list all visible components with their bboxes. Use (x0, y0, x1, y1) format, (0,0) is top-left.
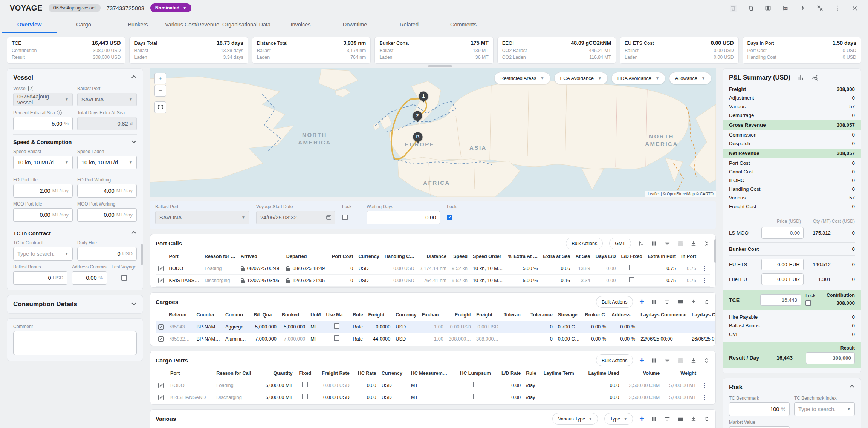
bulk-actions-button[interactable]: Bulk Actions (596, 296, 633, 308)
column-header[interactable]: Address… (609, 309, 638, 321)
status-badge[interactable]: Nominated▼ (150, 3, 192, 12)
column-header[interactable]: Type (180, 426, 242, 428)
column-header[interactable]: Status (663, 426, 699, 428)
checkbox[interactable] (334, 323, 339, 329)
filter-icon[interactable] (664, 416, 671, 422)
column-header[interactable] (699, 368, 710, 379)
column-header[interactable]: Counter… (194, 309, 223, 321)
mgo-port-working-input[interactable]: 0.00MT/day (77, 208, 137, 222)
route-map[interactable]: NORTH AMERICA EUROPE ASIA AFRICA NORTH A… (150, 68, 716, 197)
filter-icon[interactable] (664, 240, 671, 247)
kebab-icon[interactable] (701, 277, 708, 284)
columns-icon[interactable] (651, 357, 657, 364)
tab-cargo[interactable]: Cargo (57, 16, 111, 33)
open-in-new-icon[interactable]: ↗ (28, 86, 33, 91)
column-header[interactable]: Freight … (365, 309, 393, 321)
column-header[interactable]: Handling C… (382, 251, 417, 262)
column-header[interactable]: Currency (356, 251, 382, 262)
chevron-up-icon[interactable] (131, 75, 136, 80)
row-density-icon[interactable] (677, 240, 684, 247)
row-density-icon[interactable] (677, 299, 684, 305)
tab-overview[interactable]: Overview (2, 16, 57, 33)
table-row[interactable]: KRISTIANSANDDischarging5,000.00 MT0.0000… (156, 391, 710, 403)
lock-icon[interactable] (241, 268, 245, 271)
column-header[interactable]: Exchan… (419, 309, 446, 321)
timezone-button[interactable]: GMT (609, 238, 631, 249)
expand-table-icon[interactable] (703, 357, 710, 364)
column-header[interactable]: Quantity (493, 426, 526, 428)
chevron-down-icon[interactable] (131, 301, 136, 306)
map-marker-1[interactable]: 1 (419, 91, 428, 101)
waiting-days-input[interactable]: 0.00 (367, 211, 440, 224)
voyage-start-date-input[interactable]: 24/06/25 03:32 (256, 211, 335, 224)
eca-avoidance-pill[interactable]: ECA Avoidance▼ (554, 72, 608, 84)
column-header[interactable]: Rate (352, 426, 390, 428)
restricted-areas-pill[interactable]: Restricted Areas▼ (494, 72, 550, 84)
checkbox[interactable] (302, 394, 308, 399)
kebab-icon[interactable] (701, 265, 708, 272)
calendar-icon[interactable] (326, 215, 331, 220)
column-header[interactable]: Stowage (555, 309, 582, 321)
column-header[interactable]: Currency (422, 426, 457, 428)
kebab-icon[interactable] (701, 394, 708, 401)
column-header[interactable]: Laydays Cancelling (689, 309, 716, 321)
column-header[interactable]: Weight (662, 368, 699, 379)
tce-lock-checkbox[interactable] (805, 300, 811, 306)
map-marker-2[interactable]: 2 (413, 111, 422, 120)
kebab-icon[interactable] (701, 382, 708, 389)
column-header[interactable]: L/D Fixed (619, 251, 645, 262)
column-header[interactable] (156, 251, 167, 262)
column-header[interactable]: Reason for Call (214, 368, 259, 379)
column-header[interactable]: Referen… (166, 309, 194, 321)
column-header[interactable]: Amount (Voyage C… (526, 426, 597, 428)
tab-downtime[interactable]: Downtime (328, 16, 382, 33)
chart-analysis-icon[interactable] (811, 74, 818, 81)
edit-icon[interactable] (158, 336, 164, 342)
column-header[interactable]: B/L Qua… (251, 309, 279, 321)
add-row-icon[interactable]: + (639, 415, 644, 423)
market-value-input[interactable]: 0.00USD (729, 426, 790, 428)
column-header[interactable]: Port (167, 251, 202, 262)
vessel-select[interactable]: 0675d4ajoug-vessel▼ (13, 93, 73, 106)
expand-table-icon[interactable] (703, 299, 710, 305)
download-icon[interactable] (690, 240, 697, 247)
column-header[interactable]: Rule (350, 309, 365, 321)
chevron-down-icon[interactable] (131, 139, 136, 144)
allowance-pill[interactable]: Allowance▼ (669, 72, 711, 84)
fo-port-working-input[interactable]: 4.00MT/day (77, 184, 137, 198)
speed-ballast-select[interactable]: 10 kn, 10 MT/d▼ (13, 156, 73, 169)
tc-in-contract-select[interactable]: Type to search.▼ (13, 247, 73, 261)
edit-icon[interactable] (158, 383, 164, 388)
tc-benchmark-index-select[interactable]: Type to search.▼ (794, 402, 855, 416)
chevron-up-icon[interactable] (850, 385, 854, 390)
column-header[interactable]: HC Lumpsum (455, 368, 496, 379)
daily-hire-input[interactable]: 0USD (77, 247, 137, 261)
column-header[interactable]: Extra at Sea (540, 251, 573, 262)
vertical-scrollbar-thumb[interactable] (141, 244, 143, 265)
collapse-table-icon[interactable] (703, 240, 710, 247)
column-header[interactable]: Reason for … (202, 251, 238, 262)
filter-icon[interactable] (664, 357, 671, 364)
checkbox[interactable] (473, 382, 478, 387)
speed-laden-select[interactable]: 10 kn, 10 MT/d▼ (77, 156, 137, 169)
column-header[interactable]: Extra in Port (645, 251, 679, 262)
waiting-days-lock-checkbox[interactable] (447, 215, 452, 220)
tc-benchmark-input[interactable]: 100% (729, 402, 790, 416)
ls-mgo-price-input[interactable]: 0.00 (761, 227, 804, 239)
expand-table-icon[interactable] (703, 416, 710, 422)
fo-port-idle-input[interactable]: 2.00MT/day (13, 184, 73, 198)
column-header[interactable]: Commo… (223, 309, 251, 321)
map-zoom-in-button[interactable]: + (154, 73, 166, 84)
column-header[interactable]: % Extra At … (506, 251, 541, 262)
lock-icon[interactable] (286, 268, 290, 271)
checkbox[interactable] (302, 382, 308, 387)
column-header[interactable]: Freight (446, 309, 474, 321)
collapse-icon[interactable] (816, 5, 824, 12)
start-date-lock-checkbox[interactable] (342, 215, 348, 220)
column-header[interactable]: Broker C. (582, 309, 609, 321)
edit-icon[interactable] (158, 395, 164, 400)
tab-organisational-data[interactable]: Organisational Data (219, 16, 274, 33)
column-header[interactable]: Arrived (238, 251, 284, 262)
various-type-filter[interactable]: Various Type▼ (552, 413, 598, 425)
column-header[interactable] (699, 251, 710, 262)
